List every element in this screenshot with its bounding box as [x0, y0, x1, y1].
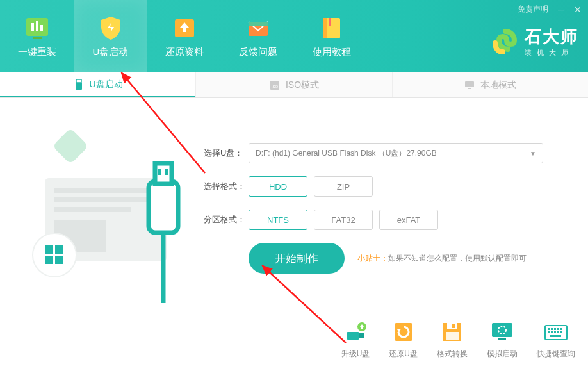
top-nav: 一键重装 U盘启动 还原资料 反馈问题 使用教程	[0, 0, 368, 72]
nav-usb-boot[interactable]: U盘启动	[74, 0, 147, 72]
minimize-button[interactable]: ─	[557, 6, 565, 13]
svg-rect-12	[76, 83, 82, 90]
floppy-icon	[439, 320, 465, 343]
brand-subtitle: 装机大师	[525, 48, 578, 58]
svg-rect-1	[31, 23, 34, 31]
mode-tabs: U盘启动 ISO ISO模式 本地模式	[0, 72, 588, 98]
svg-point-23	[33, 233, 76, 277]
tool-label: 升级U盘	[341, 349, 370, 359]
tool-restore-usb[interactable]: 还原U盘	[389, 320, 418, 359]
nav-reinstall[interactable]: 一键重装	[0, 0, 74, 72]
tab-usb-boot[interactable]: U盘启动	[0, 72, 195, 97]
tool-label: 格式转换	[437, 349, 468, 359]
nav-restore[interactable]: 还原资料	[147, 0, 221, 72]
svg-rect-40	[492, 323, 512, 337]
tool-format-convert[interactable]: 格式转换	[437, 320, 468, 359]
nav-label: U盘启动	[93, 46, 129, 58]
tip-text: 如果不知道怎么配置，使用默认配置即可	[388, 254, 527, 263]
svg-rect-18	[54, 188, 157, 193]
svg-rect-33	[359, 333, 364, 338]
tool-label: 模拟启动	[487, 349, 518, 359]
svg-rect-45	[551, 328, 553, 330]
nav-label: 使用教程	[313, 46, 351, 58]
svg-rect-15	[465, 81, 474, 87]
config-form: 选择U盘： D:F: (hd1) General USB Flash Disk …	[204, 143, 562, 286]
header-bar: 免责声明 ─ ✕ 一键重装 U盘启动 还原资料 反馈问题	[0, 0, 588, 72]
usb-upgrade-icon	[343, 320, 368, 343]
svg-rect-19	[54, 197, 157, 202]
tab-local[interactable]: 本地模式	[392, 72, 588, 97]
svg-rect-30	[158, 169, 161, 175]
svg-rect-9	[323, 18, 327, 38]
svg-rect-11	[76, 79, 81, 83]
svg-text:ISO: ISO	[272, 85, 279, 88]
svg-rect-48	[560, 328, 562, 330]
usb-illustration	[19, 111, 186, 303]
svg-rect-29	[155, 163, 172, 184]
tab-label: ISO模式	[286, 79, 319, 91]
nav-feedback[interactable]: 反馈问题	[221, 0, 295, 72]
tool-label: 快捷键查询	[537, 349, 575, 359]
upload-box-icon	[171, 14, 198, 41]
svg-rect-20	[54, 207, 131, 212]
window-controls: 免责声明 ─ ✕	[518, 4, 582, 15]
nav-tutorial[interactable]: 使用教程	[295, 0, 368, 72]
nav-label: 反馈问题	[239, 46, 277, 58]
format-hdd[interactable]: HDD	[249, 176, 307, 197]
shield-icon	[97, 14, 124, 41]
bottom-tools: 升级U盘 还原U盘 格式转换 模拟启动 快捷键查询	[341, 320, 575, 359]
nav-label: 还原资料	[165, 46, 204, 58]
tab-label: U盘启动	[90, 79, 123, 90]
start-create-button[interactable]: 开始制作	[249, 243, 345, 274]
iso-icon: ISO	[269, 79, 281, 91]
svg-rect-24	[45, 245, 53, 254]
svg-rect-16	[468, 88, 471, 89]
partition-label: 分区格式：	[204, 214, 249, 226]
svg-rect-10	[329, 18, 331, 26]
svg-rect-46	[554, 328, 556, 330]
tip-label: 小贴士：	[357, 254, 388, 263]
svg-rect-32	[347, 332, 359, 340]
brand-logo-icon	[493, 29, 518, 54]
svg-rect-54	[550, 335, 561, 337]
svg-rect-39	[446, 332, 459, 340]
svg-rect-4	[33, 37, 42, 39]
monitor-loading-icon	[489, 320, 515, 343]
monitor-icon	[464, 79, 475, 91]
svg-rect-25	[55, 245, 63, 254]
svg-rect-52	[557, 331, 559, 333]
tool-hotkey-query[interactable]: 快捷键查询	[537, 320, 575, 359]
book-icon	[318, 14, 345, 41]
tab-label: 本地模式	[480, 79, 516, 91]
tool-simulate-boot[interactable]: 模拟启动	[487, 320, 518, 359]
svg-rect-51	[554, 331, 556, 333]
svg-rect-31	[165, 169, 168, 175]
main-panel: 选择U盘： D:F: (hd1) General USB Flash Disk …	[0, 98, 588, 371]
usb-select[interactable]: D:F: (hd1) General USB Flash Disk （U盘）27…	[249, 143, 543, 163]
partition-exfat[interactable]: exFAT	[379, 210, 438, 230]
select-usb-label: 选择U盘：	[204, 147, 249, 159]
svg-rect-44	[548, 328, 550, 330]
partition-fat32[interactable]: FAT32	[314, 210, 373, 230]
brand: 石大师 装机大师	[493, 26, 578, 58]
format-label: 选择格式：	[204, 181, 249, 192]
chevron-down-icon: ▼	[530, 150, 536, 157]
svg-rect-22	[53, 128, 89, 165]
tab-iso[interactable]: ISO ISO模式	[195, 72, 391, 97]
partition-ntfs[interactable]: NTFS	[249, 210, 307, 230]
disclaimer-link[interactable]: 免责声明	[518, 4, 548, 15]
nav-label: 一键重装	[18, 46, 56, 58]
svg-rect-28	[149, 181, 178, 233]
tool-label: 还原U盘	[389, 349, 418, 359]
svg-rect-26	[45, 256, 53, 264]
tool-upgrade-usb[interactable]: 升级U盘	[341, 320, 370, 359]
format-zip[interactable]: ZIP	[314, 176, 373, 197]
svg-rect-3	[40, 25, 43, 31]
restore-icon	[391, 320, 416, 343]
svg-rect-41	[498, 338, 506, 340]
svg-rect-7	[249, 22, 268, 26]
close-button[interactable]: ✕	[574, 6, 582, 13]
svg-rect-27	[55, 256, 63, 264]
svg-rect-50	[551, 331, 553, 333]
brand-name: 石大师	[525, 26, 578, 48]
